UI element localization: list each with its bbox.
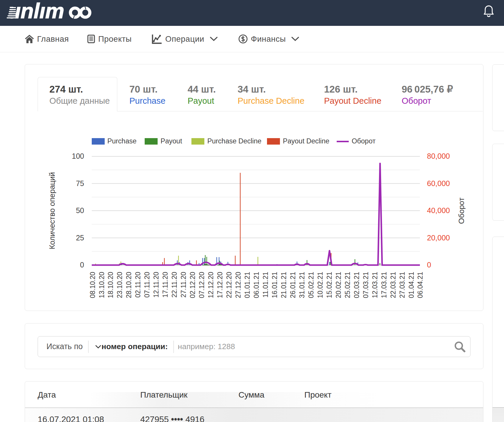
svg-text:100: 100: [72, 152, 84, 160]
svg-text:07.12.20: 07.12.20: [198, 272, 206, 298]
svg-text:07.11.20: 07.11.20: [143, 272, 151, 298]
svg-text:08.10.20: 08.10.20: [89, 272, 96, 298]
svg-text:27.12.20: 27.12.20: [234, 272, 242, 298]
svg-text:20,000: 20,000: [427, 234, 450, 242]
svg-text:27.03.21: 27.03.21: [398, 272, 406, 298]
svg-text:Оборот: Оборот: [352, 137, 376, 145]
svg-text:06.04.21: 06.04.21: [416, 272, 424, 298]
svg-text:Purchase: Purchase: [107, 137, 136, 145]
svg-text:02.03.21: 02.03.21: [353, 272, 361, 298]
svg-text:07.03.21: 07.03.21: [362, 272, 370, 298]
svg-text:Purchase Decline: Purchase Decline: [207, 137, 261, 145]
svg-text:23.10.20: 23.10.20: [116, 272, 124, 298]
svg-text:17.12.20: 17.12.20: [216, 272, 224, 298]
svg-text:27.11.20: 27.11.20: [180, 272, 187, 298]
svg-text:Оборот: Оборот: [457, 197, 466, 224]
svg-text:25.02.21: 25.02.21: [344, 272, 351, 298]
svg-text:02.12.20: 02.12.20: [189, 272, 196, 298]
svg-text:unlım: unlım: [8, 0, 64, 23]
svg-text:22.12.20: 22.12.20: [225, 272, 233, 298]
svg-text:12.03.21: 12.03.21: [371, 272, 379, 298]
svg-text:Количество операций: Количество операций: [48, 172, 56, 249]
svg-text:02.11.20: 02.11.20: [134, 272, 142, 298]
svg-text:Payout Decline: Payout Decline: [283, 137, 329, 145]
svg-text:75: 75: [76, 179, 84, 187]
svg-text:21.01.21: 21.01.21: [280, 272, 288, 298]
svg-text:01.01.21: 01.01.21: [243, 272, 251, 298]
svg-text:31.01.21: 31.01.21: [298, 272, 306, 298]
svg-text:17.11.20: 17.11.20: [161, 272, 169, 298]
svg-text:15.02.21: 15.02.21: [326, 272, 333, 298]
svg-text:50: 50: [76, 206, 84, 215]
svg-text:25: 25: [76, 234, 84, 242]
svg-text:Payout: Payout: [161, 137, 182, 145]
svg-text:13.10.20: 13.10.20: [98, 272, 106, 298]
svg-text:12.11.20: 12.11.20: [152, 272, 160, 298]
svg-text:05.02.21: 05.02.21: [307, 272, 315, 298]
svg-text:06.01.21: 06.01.21: [253, 272, 260, 298]
svg-text:17.03.21: 17.03.21: [380, 272, 388, 298]
svg-text:11.01.21: 11.01.21: [262, 272, 269, 298]
svg-text:12.12.20: 12.12.20: [207, 272, 215, 298]
svg-text:20.02.21: 20.02.21: [335, 272, 342, 298]
svg-text:0: 0: [80, 261, 84, 269]
svg-text:0: 0: [427, 261, 431, 269]
svg-text:26.01.21: 26.01.21: [289, 272, 297, 298]
svg-text:16.01.21: 16.01.21: [271, 272, 278, 298]
svg-text:60,000: 60,000: [427, 179, 450, 187]
svg-text:22.03.21: 22.03.21: [389, 272, 397, 298]
svg-text:40,000: 40,000: [427, 206, 450, 215]
svg-text:28.10.20: 28.10.20: [125, 272, 133, 298]
svg-text:01.04.21: 01.04.21: [408, 272, 415, 298]
svg-text:22.11.20: 22.11.20: [171, 272, 178, 298]
svg-text:80,000: 80,000: [427, 152, 450, 160]
svg-text:18.10.20: 18.10.20: [107, 272, 114, 298]
svg-text:10.02.21: 10.02.21: [316, 272, 324, 298]
